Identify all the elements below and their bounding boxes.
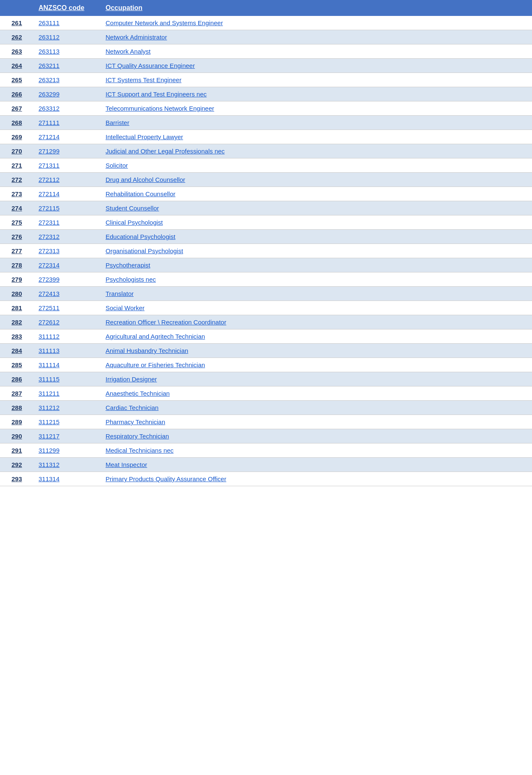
anzsco-code[interactable]: 311314	[34, 472, 101, 486]
occupation-name[interactable]: Organisational Psychologist	[101, 244, 532, 258]
occupation-name[interactable]: Clinical Psychologist	[101, 215, 532, 230]
occupation-table: ANZSCO code Occupation 261263111Computer…	[0, 0, 532, 486]
anzsco-code[interactable]: 272313	[34, 244, 101, 258]
anzsco-code[interactable]: 271111	[34, 116, 101, 130]
anzsco-code[interactable]: 263299	[34, 87, 101, 101]
occupation-name[interactable]: Educational Psychologist	[101, 230, 532, 244]
occupation-name[interactable]: Irrigation Designer	[101, 372, 532, 386]
table-row: 268271111Barrister	[0, 116, 532, 130]
anzsco-code[interactable]: 271299	[34, 144, 101, 158]
anzsco-code[interactable]: 263112	[34, 30, 101, 44]
row-number: 279	[0, 272, 34, 287]
table-row: 273272114Rehabilitation Counsellor	[0, 187, 532, 201]
anzsco-code[interactable]: 272112	[34, 173, 101, 187]
table-row: 262263112Network Administrator	[0, 30, 532, 44]
anzsco-code[interactable]: 311217	[34, 429, 101, 443]
anzsco-code[interactable]: 311112	[34, 329, 101, 344]
occupation-name[interactable]: Social Worker	[101, 301, 532, 315]
table-body: 261263111Computer Network and Systems En…	[0, 16, 532, 486]
row-number: 289	[0, 415, 34, 429]
table-row: 292311312Meat Inspector	[0, 458, 532, 472]
anzsco-code[interactable]: 272115	[34, 201, 101, 215]
row-number: 270	[0, 144, 34, 158]
table-row: 279272399Psychologists nec	[0, 272, 532, 287]
anzsco-code[interactable]: 311212	[34, 401, 101, 415]
row-number: 277	[0, 244, 34, 258]
anzsco-code[interactable]: 272314	[34, 258, 101, 272]
anzsco-code[interactable]: 272312	[34, 230, 101, 244]
occupation-name[interactable]: Drug and Alcohol Counsellor	[101, 173, 532, 187]
occupation-name[interactable]: Student Counsellor	[101, 201, 532, 215]
occupation-name[interactable]: ICT Quality Assurance Engineer	[101, 59, 532, 73]
anzsco-code[interactable]: 272511	[34, 301, 101, 315]
occupation-name[interactable]: Rehabilitation Counsellor	[101, 187, 532, 201]
table-row: 277272313Organisational Psychologist	[0, 244, 532, 258]
occupation-name[interactable]: Solicitor	[101, 158, 532, 173]
row-number: 293	[0, 472, 34, 486]
occupation-name[interactable]: Psychotherapist	[101, 258, 532, 272]
col-header-anzsco: ANZSCO code	[34, 0, 101, 16]
table-row: 293311314Primary Products Quality Assura…	[0, 472, 532, 486]
anzsco-code[interactable]: 263312	[34, 101, 101, 116]
anzsco-code[interactable]: 311211	[34, 386, 101, 401]
occupation-name[interactable]: Recreation Officer \ Recreation Coordina…	[101, 315, 532, 329]
anzsco-code[interactable]: 311114	[34, 358, 101, 372]
anzsco-code[interactable]: 311113	[34, 344, 101, 358]
table-row: 285311114Aquaculture or Fisheries Techni…	[0, 358, 532, 372]
anzsco-code[interactable]: 263111	[34, 16, 101, 30]
occupation-name[interactable]: Medical Technicians nec	[101, 443, 532, 458]
anzsco-code[interactable]: 271311	[34, 158, 101, 173]
occupation-name[interactable]: Animal Husbandry Technician	[101, 344, 532, 358]
occupation-name[interactable]: Primary Products Quality Assurance Offic…	[101, 472, 532, 486]
table-row: 261263111Computer Network and Systems En…	[0, 16, 532, 30]
occupation-name[interactable]: Respiratory Technician	[101, 429, 532, 443]
occupation-name[interactable]: Anaesthetic Technician	[101, 386, 532, 401]
occupation-name[interactable]: Barrister	[101, 116, 532, 130]
table-row: 275272311Clinical Psychologist	[0, 215, 532, 230]
anzsco-code[interactable]: 272413	[34, 287, 101, 301]
occupation-name[interactable]: Network Administrator	[101, 30, 532, 44]
anzsco-code[interactable]: 263211	[34, 59, 101, 73]
table-row: 284311113Animal Husbandry Technician	[0, 344, 532, 358]
occupation-name[interactable]: ICT Systems Test Engineer	[101, 73, 532, 87]
occupation-name[interactable]: Network Analyst	[101, 44, 532, 59]
row-number: 292	[0, 458, 34, 472]
anzsco-code[interactable]: 272311	[34, 215, 101, 230]
anzsco-code[interactable]: 311299	[34, 443, 101, 458]
table-row: 282272612Recreation Officer \ Recreation…	[0, 315, 532, 329]
table-row: 291311299Medical Technicians nec	[0, 443, 532, 458]
anzsco-code[interactable]: 311215	[34, 415, 101, 429]
anzsco-code[interactable]: 272114	[34, 187, 101, 201]
row-number: 280	[0, 287, 34, 301]
occupation-name[interactable]: Intellectual Property Lawyer	[101, 130, 532, 144]
table-row: 274272115Student Counsellor	[0, 201, 532, 215]
anzsco-code[interactable]: 263213	[34, 73, 101, 87]
table-row: 280272413Translator	[0, 287, 532, 301]
occupation-name[interactable]: Computer Network and Systems Engineer	[101, 16, 532, 30]
table-row: 278272314Psychotherapist	[0, 258, 532, 272]
table-row: 289311215Pharmacy Technician	[0, 415, 532, 429]
anzsco-code[interactable]: 311115	[34, 372, 101, 386]
occupation-name[interactable]: Agricultural and Agritech Technician	[101, 329, 532, 344]
row-number: 283	[0, 329, 34, 344]
occupation-name[interactable]: Judicial and Other Legal Professionals n…	[101, 144, 532, 158]
anzsco-code[interactable]: 263113	[34, 44, 101, 59]
occupation-name[interactable]: Meat Inspector	[101, 458, 532, 472]
table-row: 265263213ICT Systems Test Engineer	[0, 73, 532, 87]
table-row: 272272112Drug and Alcohol Counsellor	[0, 173, 532, 187]
table-row: 269271214Intellectual Property Lawyer	[0, 130, 532, 144]
main-container: ANZSCO code Occupation 261263111Computer…	[0, 0, 532, 486]
occupation-name[interactable]: ICT Support and Test Engineers nec	[101, 87, 532, 101]
anzsco-code[interactable]: 311312	[34, 458, 101, 472]
anzsco-code[interactable]: 272612	[34, 315, 101, 329]
row-number: 268	[0, 116, 34, 130]
occupation-name[interactable]: Cardiac Technician	[101, 401, 532, 415]
row-number: 291	[0, 443, 34, 458]
anzsco-code[interactable]: 271214	[34, 130, 101, 144]
occupation-name[interactable]: Translator	[101, 287, 532, 301]
anzsco-code[interactable]: 272399	[34, 272, 101, 287]
occupation-name[interactable]: Aquaculture or Fisheries Technician	[101, 358, 532, 372]
occupation-name[interactable]: Telecommunications Network Engineer	[101, 101, 532, 116]
occupation-name[interactable]: Psychologists nec	[101, 272, 532, 287]
occupation-name[interactable]: Pharmacy Technician	[101, 415, 532, 429]
